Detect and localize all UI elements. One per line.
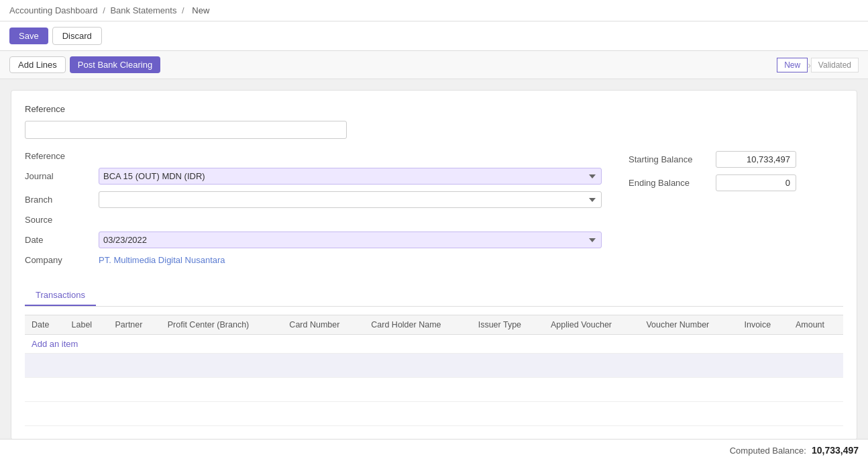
breadcrumb-sep2: / <box>182 5 184 15</box>
transactions-table: Date Label Partner Profit Center (Branch… <box>25 315 843 426</box>
breadcrumb-sep1: / <box>103 5 105 15</box>
add-lines-button[interactable]: Add Lines <box>9 56 66 73</box>
post-bank-clearing-button[interactable]: Post Bank Clearing <box>70 56 160 73</box>
main-content: Reference Reference Journal BCA 15 (OUT)… <box>0 79 868 451</box>
col-partner: Partner <box>108 315 160 335</box>
empty-cell-1 <box>25 354 843 378</box>
ending-balance-input[interactable] <box>716 174 796 191</box>
tabs-bar: Transactions <box>25 285 843 307</box>
reference-input[interactable] <box>25 121 347 139</box>
breadcrumb: Accounting Dashboard / Bank Statements /… <box>9 5 212 15</box>
col-label: Label <box>65 315 109 335</box>
company-row: Company PT. Multimedia Digital Nusantara <box>25 255 602 265</box>
form-grid: Reference Journal BCA 15 (OUT) MDN (IDR)… <box>25 151 843 272</box>
empty-cell-2 <box>25 378 843 402</box>
empty-cell-3 <box>25 402 843 426</box>
breadcrumb-bank-statements[interactable]: Bank Statements <box>110 5 176 15</box>
form-left: Reference Journal BCA 15 (OUT) MDN (IDR)… <box>25 151 602 272</box>
empty-row-1 <box>25 354 843 378</box>
branch-control <box>99 191 602 208</box>
date-select[interactable]: 03/23/2022 <box>99 232 602 248</box>
starting-balance-input[interactable] <box>716 151 796 168</box>
journal-row: Journal BCA 15 (OUT) MDN (IDR) <box>25 168 602 185</box>
breadcrumb-accounting[interactable]: Accounting Dashboard <box>9 5 98 15</box>
computed-balance-value: 10,733,497 <box>812 445 859 451</box>
col-card-holder: Card Holder Name <box>364 315 471 335</box>
journal-control: BCA 15 (OUT) MDN (IDR) <box>99 168 602 185</box>
breadcrumb-current: New <box>192 5 209 15</box>
col-voucher-number: Voucher Number <box>639 315 737 335</box>
save-button[interactable]: Save <box>9 28 48 44</box>
add-item-row: Add an item <box>25 335 843 354</box>
empty-row-3 <box>25 402 843 426</box>
date-label: Date <box>25 235 99 245</box>
form-card: Reference Reference Journal BCA 15 (OUT)… <box>11 90 857 440</box>
status-new: New <box>777 58 808 72</box>
col-date: Date <box>25 315 65 335</box>
col-profit-center: Profit Center (Branch) <box>161 315 283 335</box>
computed-balance-label: Computed Balance: <box>730 446 806 452</box>
starting-balance-label: Starting Balance <box>629 154 716 164</box>
add-item-cell: Add an item <box>25 335 843 354</box>
journal-label: Journal <box>25 171 99 181</box>
reference-row: Reference <box>25 151 602 161</box>
journal-select[interactable]: BCA 15 (OUT) MDN (IDR) <box>99 168 602 185</box>
date-row: Date 03/23/2022 <box>25 232 602 248</box>
col-amount: Amount <box>789 315 843 335</box>
bottom-bar: Computed Balance: 10,733,497 <box>0 439 868 451</box>
status-validated: Validated <box>811 58 859 72</box>
ending-balance-row: Ending Balance <box>629 174 843 191</box>
company-control: PT. Multimedia Digital Nusantara <box>99 255 602 265</box>
starting-balance-row: Starting Balance <box>629 151 843 168</box>
discard-button[interactable]: Discard <box>52 27 102 45</box>
col-card-number: Card Number <box>282 315 364 335</box>
reference-section-title: Reference <box>25 104 843 114</box>
col-invoice: Invoice <box>737 315 788 335</box>
breadcrumb-bar: Accounting Dashboard / Bank Statements /… <box>0 0 868 21</box>
action-bar: Add Lines Post Bank Clearing New › Valid… <box>0 51 868 79</box>
branch-select[interactable] <box>99 191 602 208</box>
tab-transactions[interactable]: Transactions <box>25 285 96 306</box>
branch-row: Branch <box>25 191 602 208</box>
toolbar: Save Discard <box>0 21 868 51</box>
reference-label: Reference <box>25 151 99 161</box>
status-bar: New › Validated <box>777 58 859 72</box>
source-label: Source <box>25 215 99 225</box>
ending-balance-label: Ending Balance <box>629 178 716 188</box>
date-control: 03/23/2022 <box>99 232 602 248</box>
empty-row-2 <box>25 378 843 402</box>
col-applied-voucher: Applied Voucher <box>544 315 639 335</box>
col-issuer-type: Issuer Type <box>472 315 544 335</box>
table-header-row: Date Label Partner Profit Center (Branch… <box>25 315 843 335</box>
action-bar-left: Add Lines Post Bank Clearing <box>9 56 160 73</box>
company-value: PT. Multimedia Digital Nusantara <box>99 255 225 265</box>
source-row: Source <box>25 215 602 225</box>
add-item-link[interactable]: Add an item <box>32 339 78 349</box>
form-right: Starting Balance Ending Balance <box>629 151 843 272</box>
company-label: Company <box>25 255 99 265</box>
branch-label: Branch <box>25 195 99 205</box>
